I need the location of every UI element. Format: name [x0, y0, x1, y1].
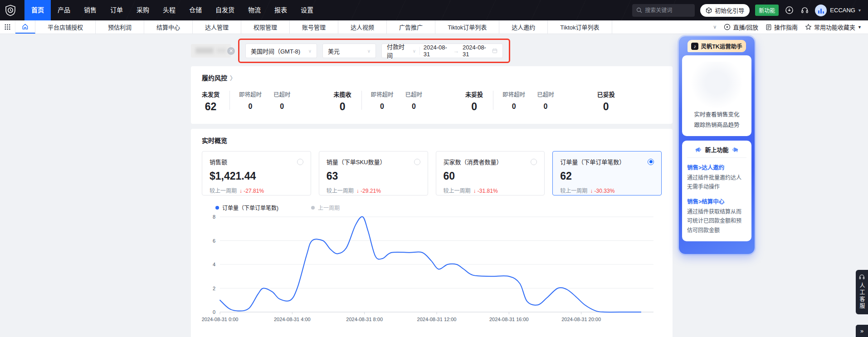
legend-item[interactable]: 订单量（下单订单笔数) [215, 204, 278, 211]
risk-title: 履约风控〉 [202, 73, 662, 82]
divider [419, 47, 420, 55]
feature-desc: 通过插件获取结算从而可统计已回款金额和预估可回款金额 [687, 207, 746, 235]
chevron-down-icon: ∨ [361, 49, 371, 54]
legend-item[interactable]: 上一周期 [311, 204, 340, 211]
workspace-tab[interactable]: 预估利润 [96, 20, 144, 34]
workspace-tab[interactable]: 权限管理 [241, 20, 290, 34]
cube-icon [706, 7, 712, 14]
timezone-select[interactable]: 美国时间（GMT-8)∨ [245, 44, 317, 58]
feature-list: 销售>达人邀约通过插件批量邀约达人 无需手动操作销售>结算中心通过插件获取结算从… [687, 163, 746, 235]
risk-sub-metric: 已超时0 [405, 90, 423, 111]
search-input[interactable] [645, 7, 691, 14]
risk-metric-label: 已超时 [273, 90, 291, 98]
orders-trend-chart: 024682024-08-31 0:002024-08-31 4:002024-… [202, 213, 662, 327]
global-search[interactable] [632, 4, 695, 17]
customer-service-tab[interactable]: 人工客服 [856, 270, 868, 314]
document-icon [766, 24, 772, 30]
expand-dock-icon[interactable]: » [856, 325, 868, 337]
workspace-tab[interactable]: Tiktok订单列表 [548, 20, 612, 34]
risk-metric-value: 0 [239, 103, 262, 111]
metric-card-value: 60 [444, 170, 537, 182]
change-value: ↓ -29.21% [356, 188, 381, 194]
risk-metric-label: 未发货 [202, 90, 219, 98]
risk-metric-value: 0 [371, 103, 394, 111]
workspace-tab[interactable]: Tiktok订单列表 [435, 20, 499, 34]
workspace-tab[interactable]: 达人管理 [193, 20, 241, 34]
radio-icon[interactable] [531, 159, 537, 165]
risk-sub-metric: 即将超时0 [502, 90, 525, 111]
nav-item-首页[interactable]: 首页 [24, 0, 51, 20]
live-replay-button[interactable]: 直播/回放 [724, 23, 758, 31]
nav-item-物流[interactable]: 物流 [241, 0, 268, 20]
feature-link[interactable]: 销售>达人邀约 [687, 163, 746, 171]
assistant-features-card: 新上功能 销售>达人邀约通过插件批量邀约达人 无需手动操作销售>结算中心通过插件… [682, 141, 751, 241]
date-type-label[interactable]: 付款时间 [387, 42, 407, 59]
assistant-badge[interactable]: ♪ 灵帆TK运营助手 [688, 40, 746, 52]
tabbar-right: ∨ 直播/回放 操作指南 常用功能收藏夹 ▼ [713, 20, 868, 34]
app-logo-icon[interactable] [0, 5, 21, 16]
svg-text:2024-08-31 20:00: 2024-08-31 20:00 [561, 317, 601, 322]
risk-group: 未发货62即将超时0已超时0 [202, 90, 291, 113]
svg-text:8: 8 [213, 214, 215, 220]
workspace-tab[interactable]: 平台店铺授权 [35, 20, 96, 34]
risk-metric-value: 0 [273, 103, 291, 111]
new-feature-badge[interactable]: 新功能 [755, 5, 779, 16]
currency-select[interactable]: 美元∨ [322, 44, 376, 58]
open-tabs: 平台店铺授权预估利润结算中心达人管理权限管理账号管理达人视频广告推广Tiktok… [35, 20, 612, 34]
risk-metric-label: 未揽收 [334, 90, 351, 98]
workspace-tab[interactable]: 广告推广 [387, 20, 435, 34]
chevron-right-icon[interactable]: 〉 [230, 73, 236, 82]
workspace-tab[interactable]: 结算中心 [144, 20, 193, 34]
risk-sub-metric: 即将超时0 [371, 90, 394, 111]
compare-label: 较上一周期 [444, 188, 471, 194]
workspace-tab[interactable]: 达人邀约 [499, 20, 548, 34]
legend-label: 上一周期 [318, 204, 340, 211]
apps-grid-icon[interactable] [0, 20, 15, 34]
favorites-button[interactable]: 常用功能收藏夹 ▼ [805, 23, 862, 31]
nav-item-销售[interactable]: 销售 [77, 0, 103, 20]
radio-icon[interactable] [648, 159, 654, 165]
metric-card[interactable]: 销售额$1,421.44较上一周期↓ -27.81% [202, 151, 311, 195]
risk-metric-label: 即将超时 [502, 90, 525, 98]
legend-dot-icon [215, 206, 219, 210]
nav-item-采购[interactable]: 采购 [130, 0, 156, 20]
headset-icon[interactable] [800, 5, 809, 15]
nav-item-产品[interactable]: 产品 [51, 0, 77, 20]
nav-item-报表[interactable]: 报表 [268, 0, 294, 20]
feature-link[interactable]: 销售>结算中心 [687, 197, 746, 205]
nav-item-仓储[interactable]: 仓储 [182, 0, 209, 20]
change-value: ↓ -27.81% [239, 188, 264, 194]
radio-icon[interactable] [297, 159, 303, 165]
workspace-tab[interactable]: 账号管理 [290, 20, 338, 34]
date-range-picker[interactable]: 付款时间 ∨ 2024-08-31 → 2024-08-31 [381, 44, 503, 58]
megaphone-icon [695, 147, 702, 153]
topbar-right: 初始化引导 新功能 ECCANG ▾ [632, 4, 868, 17]
nav-item-头程[interactable]: 头程 [156, 0, 182, 20]
init-guide-button[interactable]: 初始化引导 [700, 4, 750, 17]
overview-section: 实时概览 销售额$1,421.44较上一周期↓ -27.81%销量（下单SKU数… [191, 129, 673, 337]
metric-card[interactable]: 销量（下单SKU数量）63较上一周期↓ -29.21% [319, 151, 428, 195]
guide-button[interactable]: 操作指南 [766, 23, 798, 31]
date-end[interactable]: 2024-08-31 [463, 44, 488, 58]
radio-icon[interactable] [414, 159, 420, 165]
nav-item-订单[interactable]: 订单 [103, 0, 130, 20]
risk-sub-metric: 已超时0 [273, 90, 291, 111]
date-start[interactable]: 2024-08-31 [424, 44, 449, 58]
account-menu[interactable]: ECCANG ▾ [815, 5, 861, 16]
store-selector-redacted[interactable] [191, 44, 231, 58]
divider [229, 91, 230, 110]
metric-card[interactable]: 订单量（下单订单笔数）62较上一周期↓ -30.33% [552, 151, 662, 195]
change-value: ↓ -31.81% [473, 188, 498, 194]
metric-card[interactable]: 买家数（消费者数量）60较上一周期↓ -31.81% [436, 151, 545, 195]
close-icon[interactable]: ✕ [227, 47, 235, 55]
tab-home[interactable] [15, 20, 35, 34]
risk-sub-metric: 即将超时0 [239, 90, 262, 111]
update-icon[interactable] [784, 5, 794, 15]
risk-metrics: 未发货62即将超时0已超时0未揽收0即将超时0已超时0未妥投0即将超时0已超时0… [202, 90, 662, 113]
nav-item-设置[interactable]: 设置 [294, 0, 320, 20]
tabs-collapse-icon[interactable]: ∨ [713, 24, 717, 30]
new-features-title: 新上功能 [687, 145, 746, 158]
svg-text:4: 4 [213, 262, 215, 267]
nav-item-自发货[interactable]: 自发货 [209, 0, 241, 20]
workspace-tab[interactable]: 达人视频 [338, 20, 387, 34]
